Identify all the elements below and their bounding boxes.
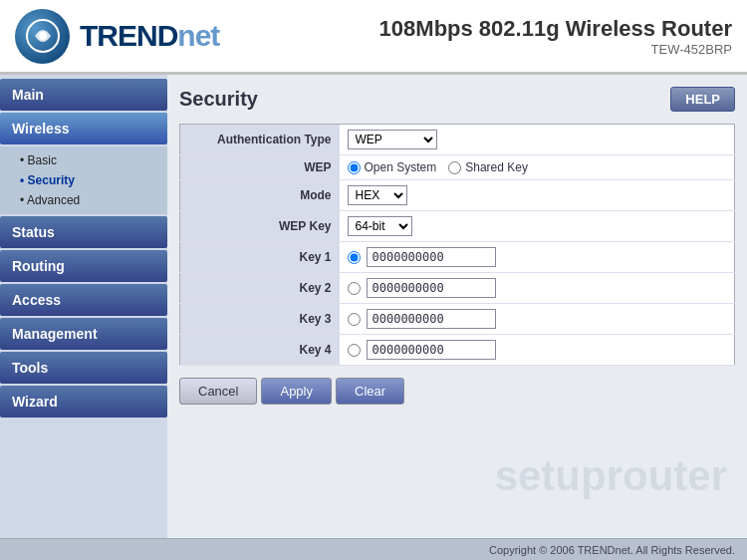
sidebar-item-tools[interactable]: Tools [0, 352, 167, 384]
key2-input[interactable] [367, 278, 496, 298]
footer: Copyright © 2006 TRENDnet. All Rights Re… [0, 538, 747, 560]
key1-input[interactable] [367, 247, 496, 267]
brand-name: TRENDnet [80, 19, 219, 53]
logo-area: TRENDnet [15, 9, 219, 64]
shared-key-label[interactable]: Shared Key [448, 160, 528, 174]
clear-button[interactable]: Clear [336, 378, 404, 405]
key3-row: Key 3 [180, 304, 735, 335]
auth-type-select[interactable]: WEP WPA-PSK WPA2-PSK None [348, 130, 437, 149]
sidebar-item-access[interactable]: Access [0, 284, 167, 316]
key1-radio[interactable] [348, 251, 361, 264]
button-row: Cancel Apply Clear [179, 378, 735, 405]
wep-key-row: WEP Key 64-bit 128-bit [180, 211, 735, 242]
wireless-subnav: Basic Security Advanced [0, 146, 167, 214]
wep-key-label: WEP Key [180, 211, 340, 242]
security-form-table: Authentication Type WEP WPA-PSK WPA2-PSK… [179, 124, 735, 366]
key4-label: Key 4 [180, 335, 340, 366]
trendnet-logo-graphic [25, 18, 61, 54]
sidebar-item-routing[interactable]: Routing [0, 250, 167, 282]
shared-key-text: Shared Key [465, 160, 528, 174]
key4-input[interactable] [367, 340, 496, 360]
watermark: setuprouter [495, 452, 727, 500]
key4-radio[interactable] [348, 344, 361, 357]
key3-radio[interactable] [348, 313, 361, 326]
sidebar-item-wireless[interactable]: Wireless [0, 113, 167, 144]
key2-radio[interactable] [348, 282, 361, 295]
mode-label: Mode [180, 180, 340, 211]
mode-select[interactable]: HEX ASCII [348, 185, 407, 205]
apply-button[interactable]: Apply [261, 378, 332, 405]
key3-label: Key 3 [180, 304, 340, 335]
wep-value-cell: Open System Shared Key [340, 155, 735, 180]
open-system-label[interactable]: Open System [348, 160, 437, 174]
sidebar-item-status[interactable]: Status [0, 216, 167, 248]
key2-label: Key 2 [180, 273, 340, 304]
key1-row: Key 1 [180, 242, 735, 273]
auth-type-label: Authentication Type [180, 125, 340, 155]
footer-text: Copyright © 2006 TRENDnet. All Rights Re… [489, 544, 735, 556]
cancel-button[interactable]: Cancel [179, 378, 257, 405]
sidebar-item-advanced[interactable]: Advanced [0, 190, 167, 210]
page-header: Security HELP [179, 87, 735, 112]
wep-radio-group: Open System Shared Key [348, 160, 727, 174]
sidebar-item-main[interactable]: Main [0, 79, 167, 111]
mode-value-cell: HEX ASCII [340, 180, 735, 211]
shared-key-radio[interactable] [448, 161, 461, 174]
sidebar-item-security[interactable]: Security [0, 170, 167, 190]
key2-row-inner [348, 278, 727, 298]
key4-value-cell [340, 335, 735, 366]
header: TRENDnet 108Mbps 802.11g Wireless Router… [0, 0, 747, 75]
main-content: Security HELP Authentication Type WEP WP… [167, 75, 747, 560]
open-system-radio[interactable] [348, 161, 361, 174]
header-right: 108Mbps 802.11g Wireless Router TEW-452B… [379, 16, 732, 57]
key4-row: Key 4 [180, 335, 735, 366]
layout: Main Wireless Basic Security Advanced St… [0, 75, 747, 560]
sidebar-item-management[interactable]: Management [0, 318, 167, 350]
key3-value-cell [340, 304, 735, 335]
header-title: 108Mbps 802.11g Wireless Router [379, 16, 732, 42]
key4-row-inner [348, 340, 727, 360]
key2-value-cell [340, 273, 735, 304]
key3-input[interactable] [367, 309, 496, 329]
help-button[interactable]: HELP [670, 87, 735, 112]
key1-row-inner [348, 247, 727, 267]
auth-type-row: Authentication Type WEP WPA-PSK WPA2-PSK… [180, 125, 735, 155]
header-model: TEW-452BRP [379, 42, 732, 57]
wep-label: WEP [180, 155, 340, 180]
sidebar-item-wizard[interactable]: Wizard [0, 386, 167, 418]
wep-key-select[interactable]: 64-bit 128-bit [348, 216, 412, 236]
svg-point-1 [39, 32, 47, 40]
logo-icon [15, 9, 70, 64]
wep-key-value-cell: 64-bit 128-bit [340, 211, 735, 242]
key1-label: Key 1 [180, 242, 340, 273]
key3-row-inner [348, 309, 727, 329]
sidebar-item-basic[interactable]: Basic [0, 150, 167, 170]
wep-row: WEP Open System Shared Key [180, 155, 735, 180]
page-title: Security [179, 88, 258, 111]
auth-type-value-cell: WEP WPA-PSK WPA2-PSK None [340, 125, 735, 155]
open-system-text: Open System [365, 160, 437, 174]
sidebar: Main Wireless Basic Security Advanced St… [0, 75, 167, 560]
key1-value-cell [340, 242, 735, 273]
key2-row: Key 2 [180, 273, 735, 304]
mode-row: Mode HEX ASCII [180, 180, 735, 211]
